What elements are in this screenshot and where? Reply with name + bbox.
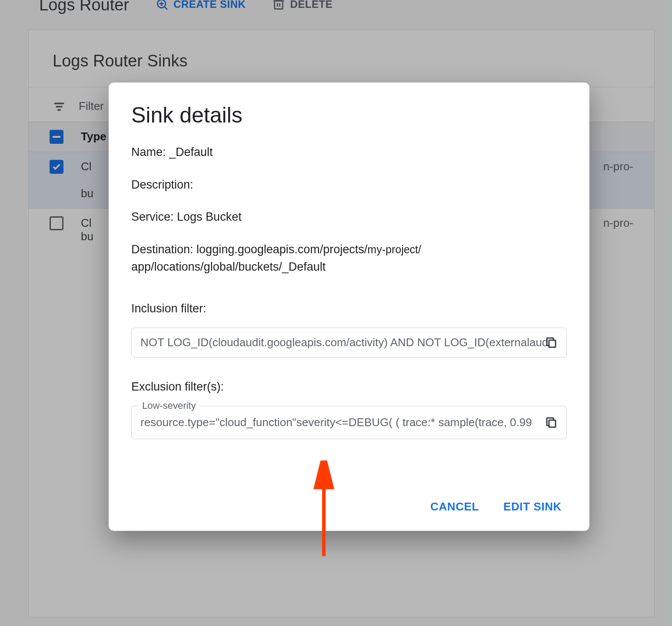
copy-icon[interactable] — [545, 336, 558, 349]
destination-label: Destination: — [131, 243, 193, 256]
copy-icon[interactable] — [545, 416, 558, 429]
destination-value-part2: app/locations/global/buckets/_Default — [131, 260, 326, 273]
exclusion-filter-value: resource.type="cloud_function"severity<=… — [140, 416, 532, 429]
destination-project: my-project/ — [367, 243, 421, 255]
service-label: Service: — [131, 210, 174, 223]
service-field: Service: Logs Bucket — [131, 208, 567, 226]
svg-rect-11 — [549, 420, 556, 427]
dialog-actions: CANCEL EDIT SINK — [131, 500, 567, 513]
destination-field: Destination: logging.googleapis.com/proj… — [131, 241, 567, 276]
name-label: Name: — [131, 146, 166, 159]
exclusion-legend: Low-severity — [139, 400, 199, 411]
edit-sink-button[interactable]: EDIT SINK — [503, 500, 562, 513]
cancel-button[interactable]: CANCEL — [430, 500, 479, 513]
inclusion-filter-value: NOT LOG_ID(cloudaudit.googleapis.com/act… — [140, 336, 548, 349]
dialog-title: Sink details — [131, 103, 567, 128]
exclusion-filter-box: Low-severity resource.type="cloud_functi… — [131, 406, 567, 439]
description-field: Description: — [131, 176, 567, 194]
name-value: _Default — [169, 146, 213, 159]
inclusion-filter-box: NOT LOG_ID(cloudaudit.googleapis.com/act… — [131, 328, 567, 358]
destination-value-part1: logging.googleapis.com/projects/ — [196, 243, 367, 256]
sink-details-dialog: Sink details Name: _Default Description:… — [109, 83, 589, 531]
name-field: Name: _Default — [131, 143, 567, 161]
description-label: Description: — [131, 178, 193, 191]
service-value: Logs Bucket — [177, 210, 242, 223]
exclusion-filters-label: Exclusion filter(s): — [131, 380, 567, 394]
inclusion-filter-label: Inclusion filter: — [131, 302, 567, 315]
svg-rect-10 — [549, 340, 556, 347]
